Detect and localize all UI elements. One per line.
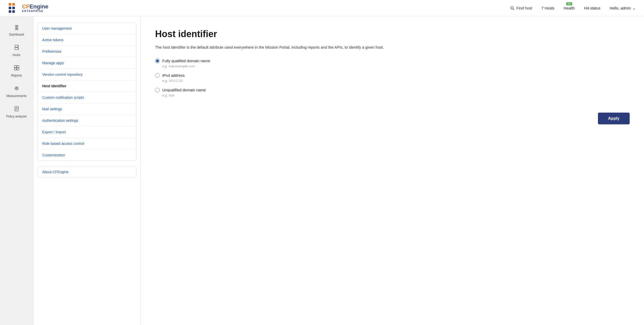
radio-ipv4[interactable] [155, 73, 160, 78]
radio-unqualified-label[interactable]: Unqualified domain name [162, 88, 206, 92]
logo-cf: CF [22, 4, 29, 10]
find-host-button[interactable]: Find host [510, 6, 532, 10]
top-navigation: CF Engine ENTERPRISE Find host 7 Hosts O… [0, 0, 644, 16]
menu-item-about-cfengine[interactable]: About CFEngine [38, 166, 136, 178]
svg-rect-14 [14, 68, 16, 70]
radio-ipv4-example: e.g. 10.0.2.15 [162, 79, 630, 83]
radio-fqdn-example: e.g. hub.example.com [162, 64, 630, 68]
radio-option-unqualified: Unqualified domain name e.g. hub [155, 88, 630, 97]
sidebar-item-label: Reports [11, 74, 22, 77]
dashboard-icon: 🎛 [14, 25, 19, 31]
menu-item-role-based-access-control[interactable]: Role based access control [38, 138, 136, 149]
page-title: Host identifier [155, 29, 630, 39]
sidebar-item-label: Measurements [6, 94, 27, 98]
health-status[interactable]: OK Health [564, 6, 575, 10]
svg-line-7 [513, 9, 514, 10]
radio-option-fqdn: Fully qualified domain name e.g. hub.exa… [155, 59, 630, 68]
sidebar: 🎛 Dashboard Hosts [0, 16, 33, 325]
ha-status[interactable]: HA status [584, 6, 600, 10]
radio-option-ipv4: IPv4 address e.g. 10.0.2.15 [155, 73, 630, 83]
sidebar-item-hosts[interactable]: Hosts [0, 41, 33, 60]
logo-engine: Engine [29, 4, 48, 10]
menu-item-host-identifier[interactable]: Host identifier [38, 80, 136, 92]
svg-rect-2 [9, 7, 11, 9]
hosts-icon [14, 45, 19, 52]
sidebar-item-dashboard[interactable]: 🎛 Dashboard [0, 21, 33, 39]
svg-rect-4 [9, 10, 11, 13]
reports-icon [14, 65, 19, 72]
main-menu-group: User management Active tokens Preference… [37, 23, 136, 161]
health-label: Health [564, 6, 575, 10]
menu-item-authentication-settings[interactable]: Authentication settings [38, 115, 136, 126]
menu-item-mail-settings[interactable]: Mail settings [38, 103, 136, 115]
ok-badge: OK [566, 2, 572, 5]
radio-group: Fully qualified domain name e.g. hub.exa… [155, 59, 630, 97]
radio-fqdn[interactable] [155, 59, 160, 63]
page-description: The host identifier is the default attri… [155, 45, 385, 50]
svg-rect-12 [14, 66, 16, 68]
nav-actions: Find host 7 Hosts OK Health HA status He… [510, 6, 636, 10]
svg-rect-0 [9, 3, 11, 6]
sidebar-item-label: Hosts [13, 53, 20, 57]
apply-button[interactable]: Apply [598, 113, 630, 124]
menu-item-customization[interactable]: Customization [38, 149, 136, 161]
sidebar-item-label: Policy analyzer [6, 115, 27, 118]
middle-panel: User management Active tokens Preference… [33, 16, 141, 325]
sidebar-item-policy-analyzer[interactable]: Policy analyzer [0, 103, 33, 121]
svg-rect-15 [17, 68, 19, 70]
svg-rect-5 [12, 10, 15, 13]
radio-ipv4-label[interactable]: IPv4 address [162, 73, 185, 78]
main-layout: 🎛 Dashboard Hosts [0, 16, 644, 325]
hosts-count[interactable]: 7 Hosts [541, 6, 554, 10]
menu-item-user-management[interactable]: User management [38, 23, 136, 34]
menu-item-custom-notification-scripts[interactable]: Custom notification scripts [38, 92, 136, 103]
svg-point-11 [18, 48, 18, 49]
radio-fqdn-label[interactable]: Fully qualified domain name [162, 59, 210, 63]
user-menu[interactable]: Hello, admin ⌄ [610, 6, 636, 10]
logo[interactable]: CF Engine ENTERPRISE [8, 3, 48, 14]
svg-rect-13 [17, 66, 19, 68]
find-host-label: Find host [517, 6, 532, 10]
logo-enterprise: ENTERPRISE [22, 10, 48, 13]
menu-item-export-import[interactable]: Export / Import [38, 126, 136, 138]
policy-analyzer-icon [14, 106, 19, 113]
user-greeting: Hello, admin [610, 6, 631, 10]
search-icon [510, 6, 514, 10]
menu-item-active-tokens[interactable]: Active tokens [38, 34, 136, 46]
svg-point-16 [16, 88, 17, 89]
apply-row: Apply [155, 113, 630, 124]
sidebar-item-measurements[interactable]: Measurements [0, 82, 33, 101]
sidebar-item-label: Dashboard [9, 33, 24, 36]
svg-rect-3 [12, 7, 15, 9]
svg-point-10 [18, 46, 18, 47]
chevron-down-icon: ⌄ [632, 6, 636, 10]
svg-rect-1 [12, 3, 15, 6]
main-content: Host identifier The host identifier is t… [141, 16, 644, 325]
menu-item-preferences[interactable]: Preferences [38, 46, 136, 57]
menu-item-version-control-repository[interactable]: Version control repository [38, 69, 136, 80]
radio-unqualified[interactable] [155, 88, 160, 92]
menu-item-manage-apps[interactable]: Manage apps [38, 57, 136, 69]
measurements-icon [14, 85, 19, 93]
about-menu-group: About CFEngine [37, 166, 136, 178]
svg-point-6 [511, 6, 513, 9]
sidebar-item-reports[interactable]: Reports [0, 62, 33, 80]
radio-unqualified-example: e.g. hub [162, 93, 630, 97]
